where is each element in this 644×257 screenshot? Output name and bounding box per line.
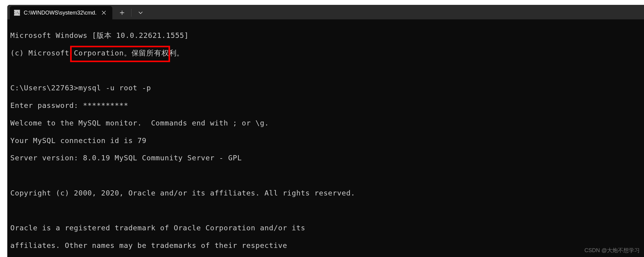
terminal-line: Enter password: ********** [10,101,641,110]
terminal-line: Copyright (c) 2000, 2020, Oracle and/or … [10,189,641,198]
terminal-window: C:\. C:\WINDOWS\system32\cmd. Microsoft … [7,5,644,257]
new-tab-button[interactable] [115,7,129,18]
terminal-line: Welcome to the MySQL monitor. Commands e… [10,119,641,128]
tab-divider [131,9,131,17]
terminal-line: affiliates. Other names may be trademark… [10,241,641,250]
terminal-line: (c) Microsoft Corporation。保留所有权利。 [10,49,641,58]
terminal-line [10,206,641,215]
terminal-line [10,66,641,75]
close-icon[interactable] [100,9,107,16]
prompt-path: C:\Users\22763> [10,84,78,92]
terminal-line: C:\Users\22763>mysql -u root -p [10,84,641,92]
terminal-line: Microsoft Windows [版本 10.0.22621.1555] [10,31,641,40]
tab-cmd[interactable]: C:\. C:\WINDOWS\system32\cmd. [10,6,112,19]
prompt-command: mysql -u root -p [78,84,151,92]
tab-dropdown-button[interactable] [133,7,148,18]
tab-actions [112,6,148,19]
terminal-line: Your MySQL connection id is 79 [10,136,641,145]
tab-bar: C:\. C:\WINDOWS\system32\cmd. [7,5,644,19]
terminal-line: Server version: 8.0.19 MySQL Community S… [10,154,641,162]
terminal-line [10,171,641,180]
tab-title: C:\WINDOWS\system32\cmd. [24,10,97,16]
cmd-icon: C:\. [14,10,20,16]
watermark: CSDN @大炮不想学习 [584,247,640,254]
terminal-line: Oracle is a registered trademark of Orac… [10,224,641,232]
terminal-output[interactable]: Microsoft Windows [版本 10.0.22621.1555] (… [7,19,644,257]
